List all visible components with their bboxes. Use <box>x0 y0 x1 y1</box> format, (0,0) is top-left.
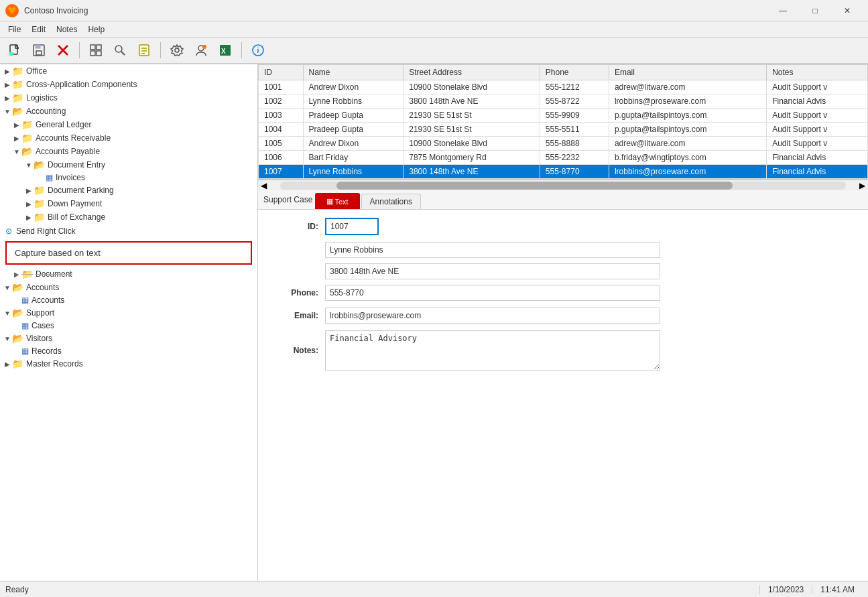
col-header-address: Street Address <box>404 65 540 80</box>
sidebar-item-cross-app[interactable]: ▶ 📁 Cross-Application Components <box>0 78 257 91</box>
tab-annotations[interactable]: Annotations <box>361 194 421 209</box>
sidebar-item-accounts-receivable[interactable]: ▶ 📁 Accounts Receivable <box>0 131 257 145</box>
menu-notes[interactable]: Notes <box>51 23 82 36</box>
col-header-notes: Notes <box>767 65 868 80</box>
sidebar-item-accounts[interactable]: ▼ 📂 Accounts <box>0 281 257 294</box>
scroll-left[interactable]: ◀ <box>258 181 269 190</box>
email-input[interactable] <box>325 308 660 324</box>
toolbar-separator-3 <box>241 42 242 58</box>
form-area: ID: Phone: Email: Notes: <box>258 210 868 581</box>
col-header-id: ID <box>259 65 304 80</box>
export-button[interactable]: X <box>214 40 236 61</box>
folder-icon-open: 📂 <box>12 308 23 318</box>
table-row[interactable]: 1006Bart Friday7875 Montgomery Rd555-223… <box>259 151 868 165</box>
menu-help[interactable]: Help <box>82 23 110 36</box>
name-input[interactable] <box>325 242 660 258</box>
send-right-click-label: Send Right Click <box>16 226 76 236</box>
sidebar-item-label: Office <box>26 66 47 76</box>
search-button[interactable] <box>109 40 131 61</box>
sidebar-item-accounting[interactable]: ▼ 📂 Accounting <box>0 105 257 118</box>
maximize-button[interactable]: □ <box>800 0 830 21</box>
sidebar-item-records[interactable]: ▶ ▦ Records <box>0 345 257 357</box>
form-row-address <box>271 263 855 283</box>
sidebar-item-document-entry[interactable]: ▼ 📂 Document Entry <box>0 158 257 172</box>
sidebar-item-document-parking[interactable]: ▶ 📁 Document Parking <box>0 184 257 197</box>
settings-button[interactable] <box>166 40 188 61</box>
notes-button[interactable] <box>133 40 155 61</box>
svg-rect-4 <box>36 45 40 48</box>
table-row[interactable]: 1007Lynne Robbins3800 148th Ave NE555-87… <box>259 165 868 179</box>
table-row[interactable]: 1002Lynne Robbins3800 148th Ave NE555-87… <box>259 94 868 109</box>
table-row[interactable]: 1003Pradeep Gupta21930 SE 51st St555-990… <box>259 109 868 123</box>
expand-icon: ▶ <box>3 359 12 369</box>
expand-icon: ▶ <box>24 212 34 222</box>
tab-text[interactable]: ▦ Text <box>315 193 359 209</box>
user-button[interactable]: ✓ <box>190 40 212 61</box>
sidebar-item-general-ledger[interactable]: ▶ 📁 General Ledger <box>0 118 257 131</box>
sidebar-item-office[interactable]: ▶ 📁 Office <box>0 64 257 78</box>
form-row-notes: Notes: <box>271 330 855 371</box>
sidebar-item-label: Cross-Application Components <box>26 80 137 89</box>
send-right-click-item[interactable]: ⊙ Send Right Click <box>0 224 257 239</box>
notes-label: Notes: <box>271 346 318 355</box>
form-row-email: Email: <box>271 308 855 324</box>
svg-text:✓: ✓ <box>203 46 206 50</box>
content-area: ID Name Street Address Phone Email Notes… <box>258 64 868 581</box>
expand-icon: ▶ <box>24 199 34 208</box>
sidebar-item-logistics[interactable]: ▶ 📁 Logistics <box>0 91 257 105</box>
status-bar: Ready 1/10/2023 11:41 AM <box>0 581 868 597</box>
sidebar-item-accounts-payable[interactable]: ▼ 📂 Accounts Payable <box>0 145 257 158</box>
capture-based-on-text[interactable]: Capture based on text <box>5 241 252 265</box>
svg-point-12 <box>115 46 122 52</box>
sidebar-item-down-payment[interactable]: ▶ 📁 Down Payment <box>0 197 257 210</box>
sidebar-item-label: Invoices <box>56 173 85 182</box>
address-input[interactable] <box>325 263 660 279</box>
sidebar-item-label: Document Entry <box>48 160 105 170</box>
tabs-static-label: Support Case <box>263 195 312 207</box>
folder-icon-open: 📂 <box>34 159 45 170</box>
sidebar-item-document[interactable]: ▶ 📁 Document <box>0 267 257 281</box>
phone-label: Phone: <box>271 288 318 297</box>
notes-textarea[interactable] <box>325 330 660 371</box>
table-row[interactable]: 1004Pradeep Gupta21930 SE 51st St555-551… <box>259 123 868 137</box>
close-button[interactable]: ✕ <box>832 0 863 21</box>
sidebar-item-invoices[interactable]: ▶ ▦ Invoices <box>0 172 257 184</box>
sidebar-item-accounts-table[interactable]: ▶ ▦ Accounts <box>0 294 257 306</box>
table-row[interactable]: 1005Andrew Dixon10900 Stonelake Blvd555-… <box>259 137 868 151</box>
sidebar-item-bill-of-exchange[interactable]: ▶ 📁 Bill of Exchange <box>0 210 257 224</box>
send-icon: ⊙ <box>5 226 12 236</box>
status-text: Ready <box>5 585 759 594</box>
expand-icon: ▶ <box>24 186 34 195</box>
tabs-container: Support Case ▦ Text Annotations <box>258 190 868 210</box>
folder-icon: 📁 <box>12 79 23 90</box>
sidebar-item-visitors[interactable]: ▼ 📂 Visitors <box>0 332 257 345</box>
toolbar: ✓ X i <box>0 38 868 64</box>
sidebar-item-label: Accounts <box>32 295 64 305</box>
id-input[interactable] <box>325 218 379 235</box>
svg-text:i: i <box>257 47 259 54</box>
title-text: Contoso Invoicing <box>24 6 767 15</box>
menu-file[interactable]: File <box>3 23 26 36</box>
svg-rect-11 <box>97 51 101 56</box>
save-button[interactable] <box>28 40 50 61</box>
sidebar-item-master-records[interactable]: ▶ 📁 Master Records <box>0 357 257 371</box>
folder-icon: 📁 <box>12 66 23 76</box>
svg-rect-2 <box>9 52 13 56</box>
text-tab-icon: ▦ <box>326 197 333 206</box>
sidebar: ▶ 📁 Office ▶ 📁 Cross-Application Compone… <box>0 64 258 581</box>
sidebar-item-cases[interactable]: ▶ ▦ Cases <box>0 320 257 332</box>
sidebar-item-support[interactable]: ▼ 📂 Support <box>0 306 257 320</box>
phone-input[interactable] <box>325 285 660 301</box>
scroll-right[interactable]: ▶ <box>857 181 868 190</box>
sidebar-item-label: Visitors <box>26 334 52 343</box>
scrollbar-thumb[interactable] <box>336 182 733 190</box>
table-row[interactable]: 1001Andrew Dixon10900 Stonelake Blvd555-… <box>259 80 868 94</box>
new-button[interactable] <box>4 40 25 61</box>
info-button[interactable]: i <box>247 40 269 61</box>
grid-button[interactable] <box>85 40 107 61</box>
sidebar-item-label: Master Records <box>26 359 83 369</box>
table-icon: ▦ <box>46 173 53 182</box>
menu-edit[interactable]: Edit <box>26 23 51 36</box>
minimize-button[interactable]: — <box>767 0 798 21</box>
delete-button[interactable] <box>52 40 74 61</box>
